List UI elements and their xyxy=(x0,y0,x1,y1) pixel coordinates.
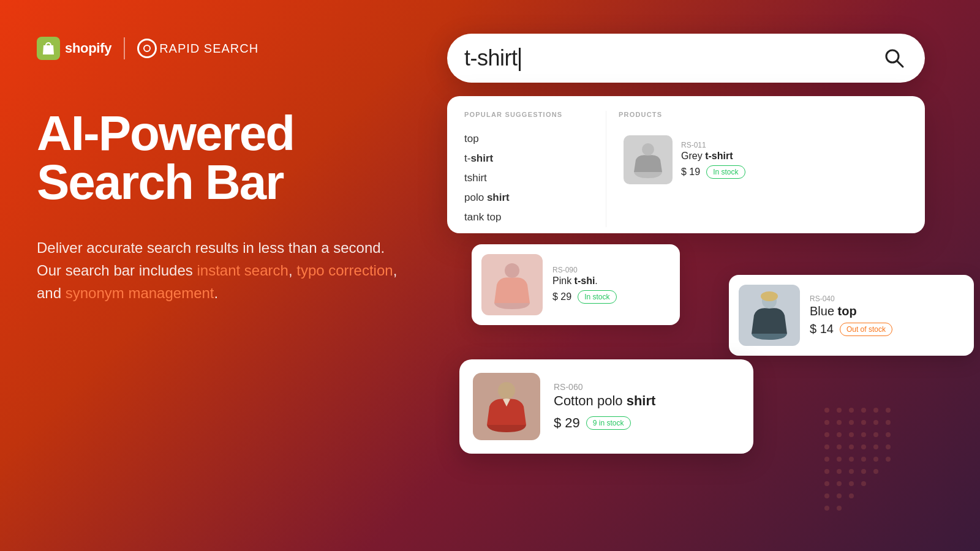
svg-point-33 xyxy=(849,457,854,462)
svg-point-26 xyxy=(837,444,842,449)
svg-point-32 xyxy=(837,457,842,462)
svg-point-34 xyxy=(861,457,866,462)
suggestion-tshirt2[interactable]: tshirt xyxy=(464,168,589,188)
svg-point-23 xyxy=(873,432,878,437)
product-thumb-grey xyxy=(624,135,673,184)
product-price-row-blue: $ 14 Out of stock xyxy=(810,322,964,336)
product-name-polo: Cotton polo shirt xyxy=(554,393,740,409)
svg-point-28 xyxy=(861,444,866,449)
svg-point-48 xyxy=(849,493,854,498)
product-sku-polo: RS-060 xyxy=(554,382,740,392)
svg-point-38 xyxy=(837,469,842,474)
svg-point-5 xyxy=(761,291,778,301)
svg-point-7 xyxy=(824,408,829,413)
svg-point-10 xyxy=(861,408,866,413)
svg-point-44 xyxy=(849,481,854,486)
svg-point-9 xyxy=(849,408,854,413)
product-thumb-pink xyxy=(481,254,543,315)
svg-point-29 xyxy=(873,444,878,449)
svg-point-41 xyxy=(873,469,878,474)
search-icon[interactable] xyxy=(881,45,908,72)
stock-badge-polo: 9 in stock xyxy=(586,416,631,430)
rapid-icon-inner xyxy=(143,45,151,52)
svg-point-19 xyxy=(824,432,829,437)
search-bar[interactable]: t-shirt xyxy=(447,34,925,83)
svg-point-14 xyxy=(837,420,842,425)
svg-point-50 xyxy=(837,506,842,511)
svg-point-21 xyxy=(849,432,854,437)
hero-description: Deliver accurate search results in less … xyxy=(37,236,404,305)
svg-point-2 xyxy=(642,143,654,156)
svg-point-12 xyxy=(886,408,891,413)
product-info-polo: RS-060 Cotton polo shirt $ 29 9 in stock xyxy=(554,382,740,431)
shopify-logo: shopify xyxy=(37,37,111,60)
stock-badge-grey: In stock xyxy=(706,165,745,179)
hero-title: AI-Powered Search Bar xyxy=(37,109,435,207)
svg-point-3 xyxy=(505,263,519,278)
product-thumb-polo xyxy=(473,373,540,440)
svg-point-25 xyxy=(824,444,829,449)
card-blue-top[interactable]: RS-040 Blue top $ 14 Out of stock xyxy=(729,275,974,356)
card-pink-shirt[interactable]: RS-090 Pink t-shi. $ 29 In stock xyxy=(472,244,680,325)
svg-point-8 xyxy=(837,408,842,413)
rapid-icon xyxy=(137,39,157,58)
card-polo-shirt[interactable]: RS-060 Cotton polo shirt $ 29 9 in stock xyxy=(459,359,753,454)
product-sku-blue: RS-040 xyxy=(810,294,964,303)
suggestion-polo[interactable]: polo shirt xyxy=(464,188,589,208)
product-name-grey: Grey t-shirt xyxy=(681,151,908,162)
suggestion-top[interactable]: top xyxy=(464,129,589,149)
svg-point-49 xyxy=(824,506,829,511)
search-input-display: t-shirt xyxy=(464,45,521,71)
svg-point-46 xyxy=(824,493,829,498)
dropdown-columns: POPULAR SUGGESTIONS top t-shirt tshirt p… xyxy=(447,111,925,227)
svg-point-16 xyxy=(861,420,866,425)
product-info-pink: RS-090 Pink t-shi. $ 29 In stock xyxy=(552,266,670,304)
product-grey-tshirt[interactable]: RS-011 Grey t-shirt $ 19 In stock xyxy=(619,129,913,190)
search-dropdown: POPULAR SUGGESTIONS top t-shirt tshirt p… xyxy=(447,96,925,233)
product-info-grey: RS-011 Grey t-shirt $ 19 In stock xyxy=(681,141,908,179)
svg-point-36 xyxy=(886,457,891,462)
svg-point-37 xyxy=(824,469,829,474)
stock-badge-blue: Out of stock xyxy=(840,323,892,336)
svg-point-40 xyxy=(861,469,866,474)
products-header: PRODUCTS xyxy=(619,111,913,118)
shopify-name: shopify xyxy=(65,40,111,56)
product-price-grey: $ 19 xyxy=(681,167,700,178)
logo-divider xyxy=(124,37,125,59)
svg-point-18 xyxy=(886,420,891,425)
product-price-polo: $ 29 xyxy=(554,415,580,431)
svg-point-31 xyxy=(824,457,829,462)
product-price-row-grey: $ 19 In stock xyxy=(681,165,908,179)
svg-point-20 xyxy=(837,432,842,437)
svg-point-42 xyxy=(824,481,829,486)
product-sku-pink: RS-090 xyxy=(552,266,670,274)
svg-point-17 xyxy=(873,420,878,425)
left-panel: shopify RAPID SEARCH AI-Powered Search B… xyxy=(37,0,435,551)
product-price-row-pink: $ 29 In stock xyxy=(552,290,670,304)
product-info-blue: RS-040 Blue top $ 14 Out of stock xyxy=(810,294,964,336)
suggestions-column: POPULAR SUGGESTIONS top t-shirt tshirt p… xyxy=(447,111,606,227)
rapid-name: RAPID SEARCH xyxy=(159,42,258,56)
product-price-row-polo: $ 29 9 in stock xyxy=(554,415,740,431)
svg-point-35 xyxy=(873,457,878,462)
suggestions-header: POPULAR SUGGESTIONS xyxy=(464,111,589,118)
svg-point-39 xyxy=(849,469,854,474)
svg-point-27 xyxy=(849,444,854,449)
svg-point-13 xyxy=(824,420,829,425)
svg-point-24 xyxy=(886,432,891,437)
logo-bar: shopify RAPID SEARCH xyxy=(37,37,435,60)
dot-decoration xyxy=(821,404,943,514)
products-column: PRODUCTS RS-011 Grey t-shirt xyxy=(606,111,925,227)
svg-point-22 xyxy=(861,432,866,437)
shopify-bag-icon xyxy=(37,37,60,60)
suggestion-tshirt[interactable]: t-shirt xyxy=(464,149,589,168)
rapid-logo: RAPID SEARCH xyxy=(137,39,258,58)
suggestion-tanktop[interactable]: tank top xyxy=(464,208,589,227)
svg-point-11 xyxy=(873,408,878,413)
svg-point-43 xyxy=(837,481,842,486)
svg-point-30 xyxy=(886,444,891,449)
product-sku-grey: RS-011 xyxy=(681,141,908,149)
cursor xyxy=(519,48,521,71)
product-price-blue: $ 14 xyxy=(810,322,834,336)
svg-point-15 xyxy=(849,420,854,425)
